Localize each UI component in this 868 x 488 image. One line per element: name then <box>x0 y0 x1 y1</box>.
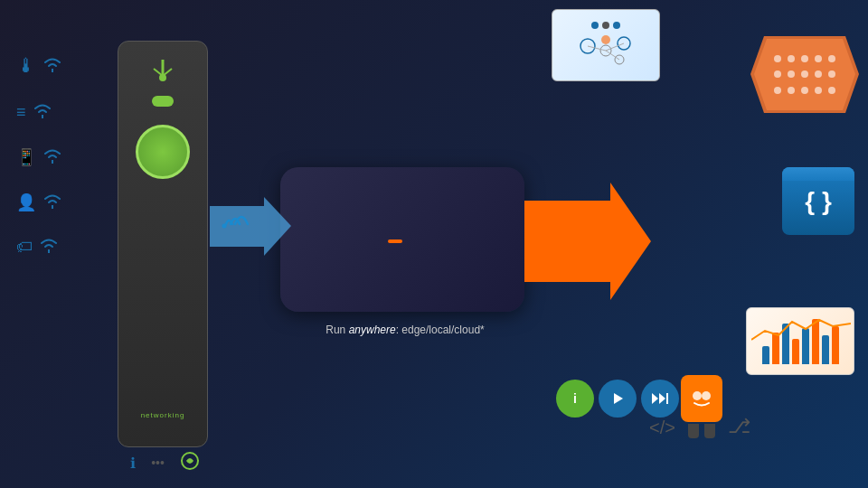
develop-screenshot <box>746 307 854 375</box>
person-sensor-row: 👤 <box>16 192 61 212</box>
hpe-logo: networking <box>122 411 203 419</box>
svg-point-31 <box>828 87 835 94</box>
thermometer-icon: 🌡 <box>16 54 36 78</box>
svg-line-11 <box>588 46 606 51</box>
svg-point-20 <box>815 55 822 62</box>
aruba-panel: networking <box>118 41 208 447</box>
logo-bottom-icon <box>180 451 200 474</box>
signal-waves <box>222 206 249 249</box>
wifi-signal-3 <box>43 149 61 166</box>
robot-figure <box>681 375 722 438</box>
robot-leg-left <box>688 424 699 438</box>
svg-point-25 <box>815 70 822 78</box>
svg-point-30 <box>815 87 822 94</box>
store-cylinder: { } <box>782 167 854 235</box>
svg-marker-32 <box>614 393 623 404</box>
antenna-icon <box>149 60 176 91</box>
interact-shape <box>750 36 859 113</box>
robot-leg-right <box>704 424 715 438</box>
tag-sensor-row: 🏷 <box>16 238 61 257</box>
wifi-signal-5 <box>40 239 58 256</box>
svg-point-37 <box>702 391 711 400</box>
braces-icon: { } <box>805 187 832 216</box>
svg-point-14 <box>601 35 610 44</box>
svg-point-29 <box>801 87 808 94</box>
svg-point-24 <box>801 70 808 78</box>
temp-sensor-row: 🌡 <box>16 54 61 78</box>
develop-icon-area: </> ⎇ <box>649 375 750 438</box>
svg-point-22 <box>774 70 781 78</box>
equalizer-sensor-row: ≡ <box>16 103 61 122</box>
wifi-signal-4 <box>43 194 61 211</box>
tag-icon: 🏷 <box>16 238 33 257</box>
accel-play-icon <box>599 380 637 418</box>
bottom-icons-row: ℹ ••• <box>122 451 208 474</box>
discover-area <box>552 9 660 86</box>
svg-point-21 <box>828 55 835 62</box>
svg-point-19 <box>801 55 808 62</box>
pareto-box <box>280 167 524 312</box>
robot-body <box>681 375 722 422</box>
svg-point-5 <box>222 224 227 229</box>
gateway-section <box>149 60 176 107</box>
ap-circle <box>136 125 190 179</box>
networking-text: networking <box>122 411 203 419</box>
svg-point-27 <box>774 87 781 94</box>
sensor-column: 🌡 ≡ 📱 👤 🏷 <box>16 54 61 257</box>
svg-point-17 <box>774 55 781 62</box>
wifi-signal-1 <box>43 58 61 75</box>
wifi-signal-2 <box>33 104 52 121</box>
pareto-subtitle <box>388 239 417 243</box>
robot-legs <box>688 424 715 438</box>
accel-info-icon: i <box>556 380 594 418</box>
discover-screenshot <box>552 9 660 81</box>
dots-icon: ••• <box>151 455 165 470</box>
interact-area <box>750 36 859 117</box>
phone-sensor-row: 📱 <box>16 147 61 167</box>
run-anywhere-text: Run anywhere: edge/local/cloud* <box>288 324 523 336</box>
code-brackets-icon: </> <box>649 418 675 438</box>
develop-area <box>746 307 854 380</box>
svg-point-3 <box>159 74 166 81</box>
anywhere-badge <box>388 239 402 243</box>
svg-point-28 <box>788 87 795 94</box>
svg-marker-6 <box>524 183 651 300</box>
svg-point-36 <box>693 391 702 400</box>
phone-icon: 📱 <box>16 147 36 167</box>
store-area: { } <box>782 167 854 239</box>
orange-arrow <box>524 183 651 300</box>
svg-point-26 <box>828 70 835 78</box>
person-icon: 👤 <box>16 192 36 212</box>
git-branch-icon: ⎇ <box>728 415 750 438</box>
gateway-button[interactable] <box>152 96 174 107</box>
dev-icon-group: </> ⎇ <box>649 375 750 438</box>
info-bottom-icon: ℹ <box>130 455 136 472</box>
svg-point-18 <box>788 55 795 62</box>
equalizer-icon: ≡ <box>16 103 26 122</box>
svg-point-23 <box>788 70 795 78</box>
